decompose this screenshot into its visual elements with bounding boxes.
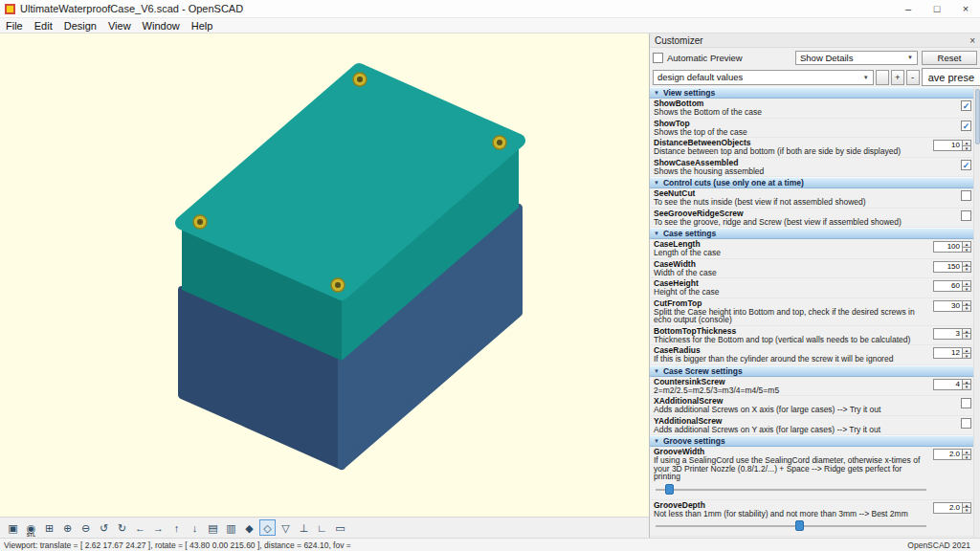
spin-down-button[interactable]: ▾ (962, 354, 971, 360)
slider-handle[interactable] (665, 484, 674, 495)
perspective-icon[interactable]: ◇ (259, 519, 276, 536)
spin-value[interactable]: 60 (933, 280, 962, 292)
show-axes-icon[interactable]: ⊥ (296, 519, 312, 536)
openscad-window: UltimateWaterproofCase_V6.scad - OpenSCA… (0, 0, 980, 551)
menu-help[interactable]: Help (186, 20, 219, 32)
GrooveWidth-spinbox[interactable]: 2.0▴▾ (933, 449, 971, 460)
spin-value[interactable]: 100 (933, 241, 962, 253)
ShowTop-checkbox[interactable]: ✓ (961, 121, 971, 131)
param-description: Not less than 1mm (for stability) and no… (654, 510, 930, 518)
menu-edit[interactable]: Edit (29, 20, 58, 32)
GrooveDepth-spinbox[interactable]: 2.0▴▾ (933, 502, 971, 514)
version-label: OpenSCAD 2021 (907, 540, 976, 550)
customizer-scrollbar[interactable] (973, 87, 980, 538)
param-SeeNutCut: SeeNutCutTo see the nuts inside (best vi… (650, 188, 980, 209)
minimize-button[interactable]: – (894, 0, 923, 17)
spin-value[interactable]: 2.0 (933, 502, 962, 514)
GrooveDepth-slider[interactable] (656, 519, 926, 532)
section-header-view-settings[interactable]: ▼View settings (650, 87, 980, 99)
spin-down-button[interactable]: ▾ (962, 306, 971, 312)
spin-down-button[interactable]: ▾ (962, 385, 971, 390)
CutFromTop-spinbox[interactable]: 30▴▾ (933, 300, 971, 312)
DistanceBetweenObjects-spinbox[interactable]: 10▴▾ (933, 140, 971, 151)
show-scale-icon[interactable]: ∟ (314, 519, 330, 536)
openscad-app-icon (5, 4, 15, 14)
title-bar: UltimateWaterproofCase_V6.scad - OpenSCA… (0, 0, 980, 18)
spin-down-button[interactable]: ▾ (962, 287, 971, 293)
spin-down-button[interactable]: ▾ (962, 508, 971, 514)
export-stl-icon[interactable]: ◉STL (23, 519, 39, 536)
param-description: If using a SealingCord use the SealingCo… (654, 456, 930, 481)
ShowCaseAssembled-checkbox[interactable]: ✓ (961, 160, 971, 170)
SeeNutCut-checkbox[interactable] (961, 190, 971, 201)
section-header-case-screw-settings[interactable]: ▼Case Screw settings (650, 365, 980, 377)
save-preset-button[interactable]: ave prese (922, 68, 980, 86)
section-header-control-cuts-use-only-one-at-a-time[interactable]: ▼Control cuts (use only one at a time) (650, 177, 980, 188)
zoom-out-icon[interactable]: ⊖ (78, 519, 94, 536)
maximize-button[interactable]: □ (923, 0, 951, 17)
view-back-icon[interactable]: ▥ (223, 519, 239, 536)
spin-value[interactable]: 4 (933, 379, 962, 390)
spin-value[interactable]: 3 (933, 328, 962, 340)
remove-preset-button[interactable]: - (906, 70, 920, 85)
param-XAdditionalScrew: XAdditionalScrewAdds additional Screws o… (650, 396, 980, 416)
section-header-case-settings[interactable]: ▼Case settings (650, 228, 980, 239)
ShowBottom-checkbox[interactable]: ✓ (961, 100, 971, 111)
rotate-view-icon[interactable]: ↻ (114, 519, 130, 536)
CaseRadius-spinbox[interactable]: 12▴▾ (933, 347, 971, 359)
view-right-icon[interactable]: → (150, 519, 167, 536)
CountersinkScrew-spinbox[interactable]: 4▴▾ (933, 379, 971, 390)
view-bottom-icon[interactable]: ↓ (187, 519, 203, 536)
SeeGrooveRidgeScrew-checkbox[interactable] (961, 210, 971, 221)
menu-file[interactable]: File (0, 20, 29, 32)
reset-button[interactable]: Reset (922, 51, 977, 65)
spin-value[interactable]: 10 (933, 140, 962, 151)
viewport-3d[interactable] (0, 33, 649, 517)
view-front-icon[interactable]: ▤ (205, 519, 221, 536)
menu-window[interactable]: Window (137, 20, 186, 32)
BottomTopThickness-spinbox[interactable]: 3▴▾ (933, 328, 971, 340)
spin-value[interactable]: 2.0 (933, 449, 962, 460)
param-ShowBottom: ShowBottomShows the Bottom of the case✓ (650, 99, 980, 119)
YAdditionalScrew-checkbox[interactable] (961, 418, 971, 429)
spin-down-button[interactable]: ▾ (962, 267, 971, 273)
view-top-icon[interactable]: ↑ (168, 519, 185, 536)
CaseHeight-spinbox[interactable]: 60▴▾ (933, 280, 971, 292)
show-details-dropdown[interactable]: Show Details ▼ (795, 51, 918, 65)
param-GrooveWidth: GrooveWidthIf using a SealingCord use th… (650, 447, 980, 500)
view-left-icon[interactable]: ← (132, 519, 148, 536)
CaseLength-spinbox[interactable]: 100▴▾ (933, 241, 971, 253)
GrooveWidth-slider[interactable] (656, 483, 926, 496)
spin-down-button[interactable]: ▾ (962, 146, 971, 152)
view-diagonal-icon[interactable]: ◆ (241, 519, 257, 536)
CaseWidth-spinbox[interactable]: 150▴▾ (933, 261, 971, 273)
XAdditionalScrew-checkbox[interactable] (961, 398, 971, 408)
spin-down-button[interactable]: ▾ (962, 334, 971, 340)
spin-down-button[interactable]: ▾ (962, 248, 971, 253)
menu-design[interactable]: Design (58, 20, 102, 32)
show-edges-icon[interactable]: ▭ (332, 519, 348, 536)
spin-down-button[interactable]: ▾ (962, 455, 971, 461)
add-preset-button[interactable]: + (891, 70, 904, 85)
slider-handle[interactable] (795, 520, 804, 531)
param-YAdditionalScrew: YAdditionalScrewAdds additional Screws o… (650, 416, 980, 436)
close-button[interactable]: × (951, 0, 980, 17)
spin-value[interactable]: 12 (933, 347, 962, 359)
preset-dropdown[interactable]: design default values ▼ (653, 70, 874, 85)
customizer-close-icon[interactable]: × (969, 35, 975, 46)
section-header-groove-settings[interactable]: ▼Groove settings (650, 435, 980, 447)
automatic-preview-checkbox[interactable] (653, 53, 663, 63)
zoom-all-icon[interactable]: ⊞ (41, 519, 57, 536)
param-ShowCaseAssembled: ShowCaseAssembledShows the housing assem… (650, 158, 980, 178)
view-all-icon[interactable]: ▣ (5, 519, 21, 536)
reset-view-icon[interactable]: ↺ (96, 519, 112, 536)
spin-value[interactable]: 150 (933, 261, 962, 273)
spin-value[interactable]: 30 (933, 300, 962, 312)
orthogonal-icon[interactable]: ▽ (278, 519, 294, 536)
case-model-svg (0, 33, 649, 517)
zoom-in-icon[interactable]: ⊕ (59, 519, 76, 536)
window-title: UltimateWaterproofCase_V6.scad - OpenSCA… (20, 3, 243, 14)
menu-view[interactable]: View (102, 20, 137, 32)
preset-extra-button[interactable] (876, 70, 889, 85)
scrollbar-thumb[interactable] (975, 89, 980, 144)
